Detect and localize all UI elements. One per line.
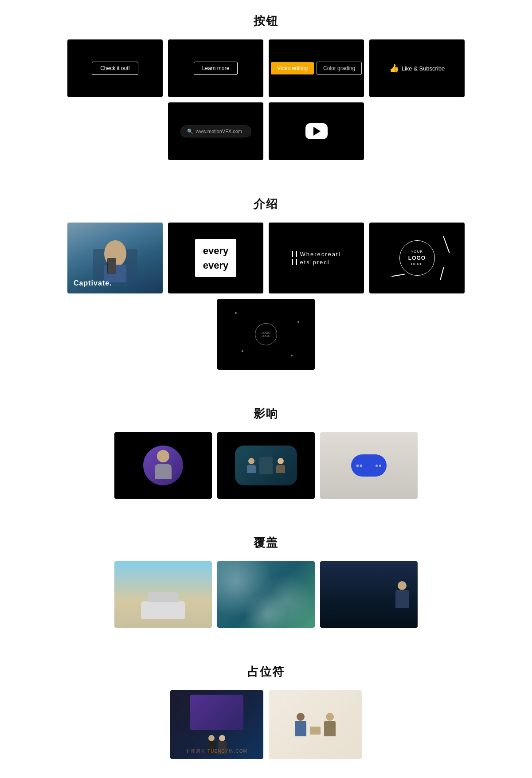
intro-row-2: LOGOLOGO bbox=[9, 299, 523, 370]
small-logo-text: LOGOLOGO bbox=[262, 331, 270, 337]
dot-3 bbox=[242, 350, 243, 352]
monitor-bg bbox=[190, 695, 243, 730]
like-subscribe-card: 👍 Like & Subscribe bbox=[369, 39, 465, 97]
logo-circle: YOUR LOGO HERE bbox=[399, 240, 435, 276]
meeting-scene bbox=[235, 446, 297, 485]
toggle-group: Video editing Color grading bbox=[271, 62, 362, 75]
line-text-2: ets preci bbox=[300, 259, 329, 266]
intro-section: 介绍 Captivate. every every bbox=[0, 183, 532, 393]
logo-your-text: YOUR bbox=[411, 249, 423, 254]
ice-scene-bg bbox=[217, 561, 315, 628]
ps-head-1 bbox=[248, 458, 254, 464]
youtube-button[interactable] bbox=[305, 123, 328, 139]
captivate-label: Captivate. bbox=[74, 279, 112, 287]
learn-more-button[interactable]: Learn more bbox=[194, 62, 238, 75]
mp-head-1 bbox=[297, 713, 305, 721]
lines-block: Wherecreati ets preci bbox=[292, 251, 340, 266]
like-subscribe-button[interactable]: 👍 Like & Subscribe bbox=[389, 63, 445, 73]
deco-line-2 bbox=[440, 267, 444, 280]
svg-rect-4 bbox=[108, 258, 116, 273]
office-scene-bg bbox=[320, 561, 418, 628]
person-phone-image bbox=[84, 231, 146, 285]
meeting2-people bbox=[295, 713, 336, 736]
color-grading-button[interactable]: Color grading bbox=[317, 62, 362, 75]
logo-dots-card: LOGOLOGO bbox=[217, 299, 315, 370]
gaming-bg bbox=[320, 432, 418, 499]
person-left bbox=[247, 458, 256, 473]
learn-more-card: Learn more bbox=[168, 39, 263, 97]
person-figure bbox=[152, 450, 174, 481]
office-card bbox=[320, 561, 418, 628]
every-every-card: every every bbox=[168, 223, 263, 293]
every-line-2: every bbox=[203, 258, 229, 273]
meeting2-card bbox=[269, 690, 362, 759]
overlay-row bbox=[9, 561, 523, 628]
ps-body-2 bbox=[276, 465, 285, 473]
search-bar-card: 🔍 www.motionVFX.com bbox=[168, 102, 263, 160]
overlay-section: 覆盖 bbox=[0, 522, 532, 651]
search-icon: 🔍 bbox=[187, 129, 193, 134]
watermark-gaming: T 图层云 TUENGYIN.COM bbox=[186, 748, 247, 755]
ps-body-1 bbox=[247, 465, 256, 473]
every-text-block: every every bbox=[195, 239, 237, 277]
buttons-row-2: 🔍 www.motionVFX.com bbox=[9, 102, 523, 160]
buttons-section: 按钮 Check it out! Learn more Video editin… bbox=[0, 0, 532, 183]
line-row-2: ets preci bbox=[292, 259, 340, 266]
person-circle-card bbox=[114, 432, 212, 499]
car-scene-bg bbox=[114, 561, 212, 628]
person-head bbox=[157, 450, 169, 462]
check-it-out-card: Check it out! bbox=[67, 39, 163, 97]
search-bar[interactable]: 🔍 www.motionVFX.com bbox=[180, 125, 251, 137]
office-person bbox=[395, 581, 409, 608]
mp-body-1 bbox=[295, 721, 306, 736]
line-bar-3 bbox=[292, 259, 293, 265]
placeholder-section: 占位符 T 图层云 TUENGYI bbox=[0, 651, 532, 778]
logo-circle-card: YOUR LOGO HERE bbox=[369, 223, 465, 293]
like-subscribe-label: Like & Subscribe bbox=[402, 65, 445, 72]
check-it-out-button[interactable]: Check it out! bbox=[92, 62, 138, 75]
watermark-icon: T bbox=[186, 749, 189, 754]
dpad-2 bbox=[360, 465, 362, 467]
abxy bbox=[376, 465, 381, 467]
youtube-card bbox=[269, 102, 364, 160]
dpad-1 bbox=[356, 465, 359, 467]
gaming-card bbox=[320, 432, 418, 499]
dot-4 bbox=[291, 355, 293, 356]
meeting-person-2 bbox=[324, 713, 336, 736]
office-person-body bbox=[395, 590, 409, 608]
thumbs-up-icon: 👍 bbox=[389, 63, 399, 73]
influence-row bbox=[9, 432, 523, 499]
person-body bbox=[155, 464, 172, 479]
dot-1 bbox=[235, 312, 237, 314]
placeholder-title: 占位符 bbox=[9, 664, 523, 680]
ps-head-2 bbox=[278, 458, 284, 464]
mp-head-2 bbox=[326, 713, 334, 721]
logo-logo-text: LOGO bbox=[408, 254, 426, 262]
video-editing-button[interactable]: Video editing bbox=[271, 62, 314, 74]
intro-title: 介绍 bbox=[9, 196, 523, 212]
line-text-1: Wherecreati bbox=[300, 251, 340, 258]
person-avatar bbox=[143, 446, 183, 485]
placeholder-row: T 图层云 TUENGYIN.COM bbox=[9, 690, 523, 759]
gamer-head-1 bbox=[208, 735, 215, 741]
captivate-card: Captivate. bbox=[67, 223, 163, 293]
dpad bbox=[356, 465, 362, 467]
small-logo-circle: LOGOLOGO bbox=[255, 323, 277, 345]
line-bar-1 bbox=[292, 251, 293, 257]
watermark-text: 图层云 TUENGYIN.COM bbox=[191, 748, 247, 755]
car-card bbox=[114, 561, 212, 628]
toggle-card: Video editing Color grading bbox=[269, 39, 364, 97]
meeting-rounded bbox=[235, 446, 297, 485]
btn-a bbox=[376, 465, 378, 467]
meeting-person-1 bbox=[295, 713, 306, 736]
deco-line-3 bbox=[391, 274, 405, 277]
influence-section: 影响 bbox=[0, 393, 532, 522]
meeting2-bg bbox=[269, 690, 362, 759]
person-right bbox=[276, 458, 285, 473]
deco-line-1 bbox=[443, 236, 450, 253]
car-roof bbox=[148, 592, 179, 602]
buttons-title: 按钮 bbox=[9, 13, 523, 29]
car-body bbox=[141, 601, 185, 619]
line-bar-2 bbox=[296, 251, 297, 257]
every-line-1: every bbox=[203, 243, 229, 258]
